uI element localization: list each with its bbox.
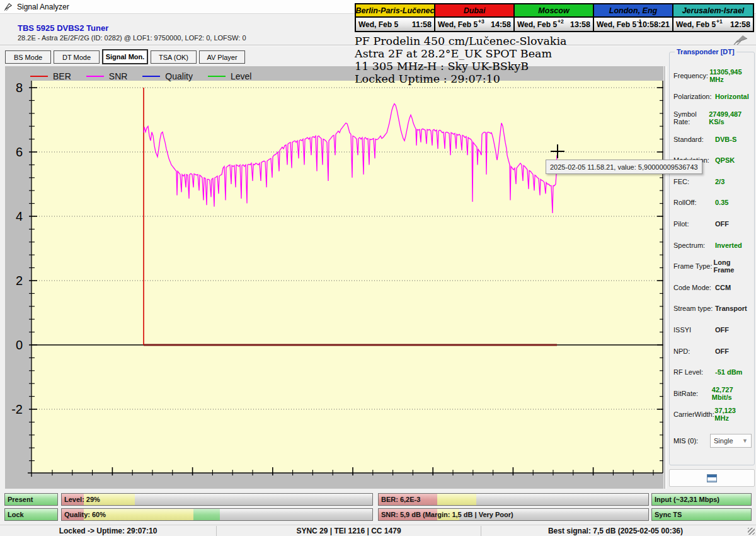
tuner-detail: 28.2E - Astra 2E/2F/2G (ID: 0282) @ LOF1… — [18, 34, 246, 42]
field-frequency: Frequency:11305,945 MHz — [673, 65, 752, 86]
window-title: Signal Analyzer — [17, 3, 69, 11]
clock-utc-offset: +3 — [478, 18, 484, 25]
legend-level: Level — [208, 71, 251, 81]
field-issyi: ISSYIOFF — [673, 319, 752, 341]
field-fec: FEC:2/3 — [673, 171, 752, 192]
clock-berlin: Berlin-Paris-Lučenec Wed, Feb 5 11:58 — [356, 4, 435, 31]
tab-av-player[interactable]: AV Player — [199, 50, 245, 64]
satellite-dish-icon — [4, 3, 13, 11]
svg-text:0: 0 — [16, 338, 23, 352]
indicator-bars: Present Level: 29% BER: 6,2E-3 Input (~3… — [0, 492, 756, 525]
clock-city: Moscow — [515, 4, 593, 18]
sync-ts-indicator: Sync TS — [651, 508, 752, 521]
svg-text:6: 6 — [16, 145, 23, 159]
clock-jerusalem: Jerusalem-Israel Wed, Feb 5 +1 12:58 — [673, 4, 753, 31]
display-mode-button[interactable] — [669, 469, 755, 487]
clock-time: 14:58 — [491, 20, 511, 29]
snr-bar: SNR: 5,9 dB (Margin: 1,5 dB | Very Poor) — [378, 508, 649, 521]
legend-label: Level — [231, 71, 251, 81]
quality-line-swatch — [142, 76, 160, 77]
chart-legend: BER SNR Quality Level — [30, 71, 266, 81]
clock-date: Wed, Feb 5 — [676, 20, 716, 29]
clock-time: 12:58 — [730, 20, 750, 29]
tab-signal-mon[interactable]: Signal Mon. — [102, 49, 148, 64]
level-bar: Level: 29% — [61, 493, 373, 506]
field-frame-type: Frame Type:Long Frame — [673, 255, 752, 277]
field-pilot: Pilot:OFF — [673, 213, 752, 235]
transponder-fields: Frequency:11305,945 MHz Polarization:Hor… — [673, 65, 752, 425]
groupbox-title: Transponder [DT] — [675, 48, 736, 55]
clock-moscow: Moscow Wed, Feb 5 +2 13:58 — [515, 4, 594, 31]
signal-chart[interactable]: 86420-2 BER SNR Quality Level — [5, 66, 663, 489]
chart-panel-splitter[interactable] — [664, 66, 667, 489]
clock-city: Jerusalem-Israel — [673, 4, 753, 18]
snr-line-swatch — [86, 76, 104, 77]
clock-time: 11:58 — [412, 20, 432, 29]
tuner-name: TBS 5925 DVBS2 Tuner — [18, 23, 108, 33]
lock-indicator: Lock — [4, 508, 58, 521]
legend-quality: Quality — [142, 71, 193, 81]
legend-label: BER — [53, 71, 71, 81]
field-stream-type: Stream type:Transport — [673, 298, 752, 320]
field-polarization: Polarization:Horizontal — [673, 86, 752, 108]
status-bar: Locked -> Uptime: 29:07:10 SYNC 29 | TEI… — [0, 525, 756, 536]
status-best-signal: Best signal: 7,5 dB (2025-02-05 00:36) — [481, 525, 750, 536]
level-line-swatch — [208, 76, 226, 77]
svg-text:8: 8 — [16, 81, 23, 95]
overlay-line-satellite: Astra 2F at 28.2°E_UK SPOT Beam — [355, 47, 566, 60]
transponder-panel: Transponder [DT] Frequency:11305,945 MHz… — [668, 49, 756, 536]
field-carrier-width: CarrierWidth:37,123 MHz — [673, 404, 752, 426]
field-bitrate: BitRate:42,727 Mbit/s — [673, 383, 752, 404]
tab-dt-mode[interactable]: DT Mode — [54, 50, 100, 64]
field-rf-level: RF Level:-51 dBm — [673, 361, 752, 383]
clock-dubai: Dubai Wed, Feb 5 +3 14:58 — [435, 4, 515, 31]
field-spectrum: Spectrum:Inverted — [673, 235, 752, 256]
resize-grip[interactable] — [748, 528, 755, 535]
info-overlay: PF Prodelin 450 cm/Lučenec-Slovakia Astr… — [355, 35, 566, 85]
input-indicator: Input (~32,31 Mbps) — [651, 493, 752, 506]
overlay-line-uptime: Locked Uptime : 29:07:10 — [355, 73, 566, 85]
legend-label: SNR — [109, 71, 128, 81]
legend-ber: BER — [30, 71, 71, 81]
overlay-line-dish: PF Prodelin 450 cm/Lučenec-Slovakia — [355, 35, 566, 47]
clock-city: Berlin-Paris-Lučenec — [356, 4, 434, 18]
svg-text:-2: -2 — [11, 402, 23, 416]
signal-plot[interactable]: 86420-2 — [5, 66, 663, 489]
satellite-dish-icon — [733, 33, 750, 45]
ber-bar: BER: 6,2E-3 — [378, 493, 649, 506]
clock-date: Wed, Feb 5 — [517, 20, 557, 29]
chart-tooltip: 2025-02-05 11.58.21, value: 5,9000000953… — [546, 160, 702, 174]
tab-tsa[interactable]: TSA (OK) — [151, 50, 197, 64]
field-standard: Standard:DVB-S — [673, 129, 752, 150]
legend-snr: SNR — [86, 71, 128, 81]
mis-select[interactable]: Single ▼ — [710, 434, 752, 448]
clock-time: 10:58:21 — [638, 20, 670, 29]
field-symbol-rate: Symbol Rate:27499,487 KS/s — [673, 107, 752, 129]
mis-row: MIS (0): Single ▼ — [673, 434, 752, 448]
mode-tabs: BS Mode DT Mode Signal Mon. TSA (OK) AV … — [5, 50, 248, 64]
clock-utc-offset: -1 — [637, 18, 642, 25]
ber-line-swatch — [30, 76, 48, 77]
mis-label: MIS (0): — [673, 437, 698, 445]
svg-text:4: 4 — [16, 209, 23, 223]
tab-bs-mode[interactable]: BS Mode — [5, 50, 51, 64]
overlay-line-transponder: 11 305 MHz-H : Sky UK-BSkyB — [355, 60, 566, 73]
clock-city: Dubai — [435, 4, 513, 18]
clock-date: Wed, Feb 5 — [597, 20, 636, 29]
clock-date: Wed, Feb 5 — [438, 20, 478, 29]
quality-bar: Quality: 60% — [61, 508, 373, 521]
clock-utc-offset: +1 — [716, 18, 723, 25]
field-code-mode: Code Mode:CCM — [673, 277, 752, 298]
clock-utc-offset: +2 — [558, 18, 564, 25]
chevron-down-icon: ▼ — [742, 438, 748, 444]
clock-london: London, Eng Wed, Feb 5 -1 10:58:21 — [594, 4, 673, 31]
display-icon — [707, 474, 717, 482]
clock-city: London, Eng — [594, 4, 672, 18]
field-npd: NPD:OFF — [673, 341, 752, 362]
legend-label: Quality — [165, 71, 193, 81]
transponder-groupbox: Transponder [DT] Frequency:11305,945 MHz… — [669, 52, 755, 465]
field-rolloff: RollOff:0.35 — [673, 192, 752, 214]
world-clocks: Berlin-Paris-Lučenec Wed, Feb 5 11:58 Du… — [355, 3, 754, 32]
present-indicator: Present — [4, 493, 58, 506]
status-lock-uptime: Locked -> Uptime: 29:07:10 — [0, 525, 216, 536]
